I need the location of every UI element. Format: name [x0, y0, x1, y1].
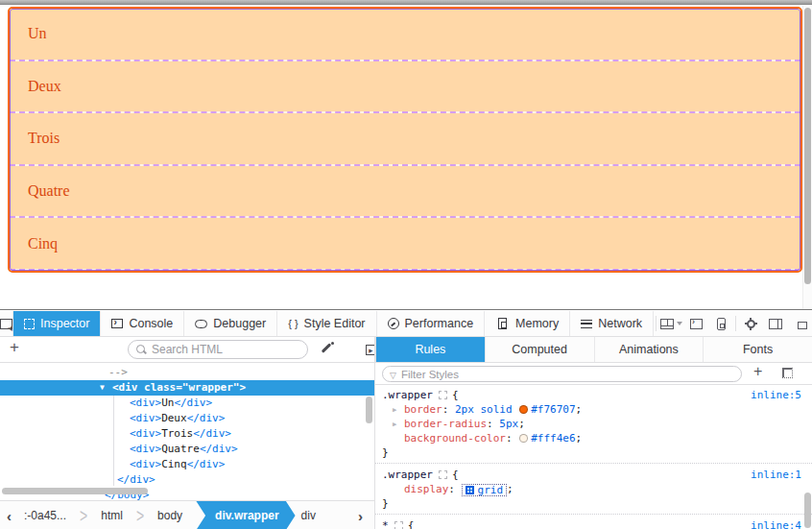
sidebar-tab-rules[interactable]: Rules — [376, 337, 486, 362]
pseudo-class-toggle-icon[interactable] — [782, 368, 793, 378]
highlighter-icon[interactable] — [439, 391, 447, 399]
breadcrumb-back-button[interactable]: ‹ — [0, 508, 18, 524]
settings-button[interactable] — [738, 311, 763, 336]
eyedropper-icon[interactable] — [320, 342, 334, 355]
debugger-icon — [195, 320, 207, 328]
color-swatch[interactable] — [519, 434, 528, 443]
css-rule: .wrapper{inline:5▶border: 2px solid #f76… — [375, 385, 812, 462]
indent-guide — [113, 396, 114, 486]
markup-child-node[interactable]: <div>Un</div> — [0, 396, 374, 411]
rule-selector[interactable]: * — [382, 519, 389, 529]
grid-item: Trois — [10, 111, 800, 164]
windows-button[interactable] — [788, 311, 812, 336]
css-declaration[interactable]: display: grid; — [375, 482, 812, 496]
tab-debugger[interactable]: Debugger — [184, 311, 277, 336]
devtools-panel: InspectorConsoleDebuggerStyle EditorPerf… — [0, 309, 812, 529]
close-tag: </div> — [174, 397, 212, 409]
markup-toolbar: + — [0, 337, 374, 363]
search-html-input[interactable] — [152, 343, 286, 356]
search-html-box[interactable] — [128, 340, 308, 359]
breadcrumb-item-html[interactable]: html — [95, 509, 129, 522]
grid-wrapper: UnDeuxTroisQuatreCinq — [8, 7, 802, 273]
property-value: 5px — [499, 418, 518, 430]
markup-selected-node[interactable]: ▼<div class="wrapper"> — [0, 380, 374, 396]
property-value: grid — [478, 483, 504, 497]
property-value: #f76707 — [531, 403, 575, 416]
tab-label: Network — [598, 317, 642, 330]
markup-child-node[interactable]: <div>Quatre</div> — [0, 442, 374, 457]
property-value: 2px solid — [455, 403, 518, 416]
rule-source-link[interactable]: inline:1 — [751, 468, 801, 482]
tab-style-editor[interactable]: Style Editor — [277, 311, 376, 336]
toolbar-separator — [656, 316, 657, 331]
css-rule: *{inline:4 — [375, 516, 812, 529]
sidebar-tab-computed[interactable]: Computed — [486, 337, 595, 362]
filter-styles-box[interactable] — [382, 366, 742, 382]
windows-icon — [798, 322, 807, 329]
add-rule-button[interactable]: + — [753, 363, 762, 380]
close-tag: </div> — [200, 443, 238, 455]
breadcrumb-item-divwrapper[interactable]: div.wrapper — [196, 501, 295, 529]
node-text: Cinq — [161, 458, 187, 470]
responsive-mode-button[interactable] — [708, 311, 733, 336]
property-colon: : — [506, 432, 518, 445]
devtools-tab-bar: InspectorConsoleDebuggerStyle EditorPerf… — [0, 311, 812, 337]
highlighter-icon[interactable] — [439, 470, 447, 479]
rules-vertical-scrollbar-thumb[interactable] — [804, 493, 811, 528]
markup-close-tag[interactable]: </div> — [0, 472, 374, 488]
property-colon: : — [442, 403, 455, 416]
expand-arrow-icon[interactable]: ▶ — [393, 418, 404, 432]
tab-label: Memory — [515, 317, 559, 330]
page-scrollbar-thumb[interactable] — [804, 8, 811, 284]
sidebar-tab-list: RulesComputedAnimationsFonts — [375, 337, 812, 363]
markup-horizontal-scrollbar-thumb[interactable] — [2, 488, 148, 494]
markup-child-node[interactable]: <div>Trois</div> — [0, 426, 374, 442]
rule-separator — [375, 514, 812, 515]
dock-bottom-button[interactable] — [658, 311, 683, 336]
color-swatch[interactable] — [519, 405, 528, 414]
twisty-icon[interactable]: ▼ — [100, 380, 112, 396]
markup-vertical-scrollbar-thumb[interactable] — [366, 397, 372, 423]
markup-child-node[interactable]: <div>Deux</div> — [0, 411, 374, 426]
pick-element-button[interactable] — [0, 311, 13, 336]
dock-side-button[interactable] — [763, 311, 788, 336]
breadcrumb-items: :-0a45...>html>bodydiv.wrapperdiv — [18, 501, 322, 529]
tab-memory[interactable]: Memory — [485, 311, 570, 336]
sidebar-tab-animations[interactable]: Animations — [595, 337, 705, 362]
property-value: #fff4e6 — [531, 432, 575, 445]
property-colon: : — [448, 483, 461, 495]
tab-inspector[interactable]: Inspector — [13, 311, 101, 336]
page-viewport: UnDeuxTroisQuatreCinq — [0, 6, 812, 309]
breadcrumb-item-0a45[interactable]: :-0a45... — [18, 509, 72, 522]
breadcrumb-item-div[interactable]: div — [296, 509, 322, 522]
expand-arrow-icon[interactable]: ▶ — [393, 403, 404, 418]
tab-network[interactable]: Network — [570, 311, 654, 336]
split-console-button[interactable] — [683, 311, 708, 336]
tab-console[interactable]: Console — [101, 311, 184, 336]
css-declaration[interactable]: ▶border: 2px solid #f76707; — [375, 402, 812, 417]
markup-child-node[interactable]: <div>Cinq</div> — [0, 457, 374, 472]
highlighter-icon[interactable] — [394, 521, 403, 529]
brace-open: { — [452, 469, 459, 481]
devtools-tab-list: InspectorConsoleDebuggerStyle EditorPerf… — [13, 311, 654, 336]
sidebar-tab-fonts[interactable]: Fonts — [704, 337, 812, 362]
semicolon: ; — [576, 403, 583, 416]
rule-source-link[interactable]: inline:4 — [751, 518, 801, 529]
rule-close-line: } — [375, 496, 812, 511]
breadcrumb-forward-button[interactable]: › — [351, 508, 374, 524]
css-rule: .wrapper{inline:1display: grid;} — [375, 465, 812, 513]
tab-performance[interactable]: Performance — [377, 311, 486, 336]
rule-selector[interactable]: .wrapper — [382, 389, 433, 401]
filter-styles-input[interactable] — [401, 369, 689, 380]
grid-highlighter-toggle[interactable]: grid — [462, 484, 508, 496]
breadcrumb-item-body[interactable]: body — [152, 509, 188, 522]
grid-item-label: Cinq — [28, 235, 58, 252]
node-text: Quatre — [161, 443, 200, 455]
rule-selector[interactable]: .wrapper — [382, 469, 433, 481]
rule-source-link[interactable]: inline:5 — [751, 388, 801, 402]
css-declaration[interactable]: ▶border-radius: 5px; — [375, 417, 812, 431]
page-scrollbar[interactable] — [802, 6, 812, 309]
css-declaration[interactable]: background-color: #fff4e6; — [375, 431, 812, 445]
markup-comment-end[interactable]: --> — [0, 365, 374, 380]
add-node-button[interactable]: + — [10, 338, 19, 357]
